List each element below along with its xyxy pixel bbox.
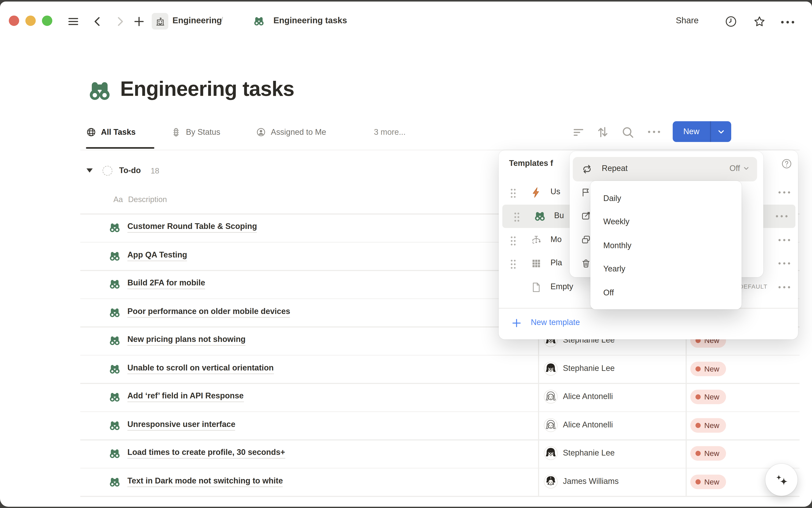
avatar xyxy=(544,362,557,375)
group-name[interactable]: To-do xyxy=(119,166,141,175)
back-icon[interactable] xyxy=(91,15,104,28)
template-more-icon[interactable] xyxy=(777,285,791,290)
repeat-value-dropdown[interactable]: Off xyxy=(729,164,750,173)
column-header-description[interactable]: Aa Description xyxy=(114,189,167,209)
drag-handle-icon[interactable] xyxy=(510,188,516,198)
collapse-triangle-icon[interactable] xyxy=(87,168,93,173)
column-label: Description xyxy=(128,195,167,204)
avatar xyxy=(544,474,557,488)
breadcrumb-workspace-icon[interactable] xyxy=(152,13,168,30)
task-title-link[interactable]: Unable to scroll on vertical orientation xyxy=(127,363,274,374)
chevron-down-icon xyxy=(742,165,750,172)
minimize-window-button[interactable] xyxy=(26,15,36,26)
help-icon[interactable] xyxy=(781,158,792,169)
table-row: Load times to create profile, 30 seconds… xyxy=(80,439,800,468)
tab-all-tasks[interactable]: All Tasks xyxy=(86,122,136,142)
repeat-option-monthly[interactable]: Monthly xyxy=(590,234,741,257)
status-badge[interactable]: New xyxy=(690,418,726,432)
edit-icon[interactable] xyxy=(580,210,591,221)
task-title-link[interactable]: App QA Testing xyxy=(127,250,187,261)
breadcrumb-separator: / xyxy=(221,15,223,26)
drag-handle-icon[interactable] xyxy=(510,236,516,246)
status-dot-icon xyxy=(695,451,701,456)
new-button[interactable]: New xyxy=(673,121,710,142)
share-button[interactable]: Share xyxy=(676,15,698,26)
task-title-link[interactable]: Load times to create profile, 30 seconds… xyxy=(127,448,285,459)
tab-label: Assigned to Me xyxy=(271,127,326,137)
repeat-value: Off xyxy=(729,164,740,173)
flag-icon[interactable] xyxy=(580,186,591,198)
page-title[interactable]: Engineering tasks xyxy=(120,77,294,100)
drag-handle-icon[interactable] xyxy=(510,259,516,269)
more-views-button[interactable]: 3 more... xyxy=(374,122,406,142)
trash-icon[interactable] xyxy=(580,258,591,269)
favorite-star-icon[interactable] xyxy=(753,15,766,28)
search-icon[interactable] xyxy=(621,125,634,139)
repeat-icon xyxy=(581,163,593,175)
tab-assigned-to-me[interactable]: Assigned to Me xyxy=(256,122,326,142)
status-dot-icon xyxy=(695,366,701,371)
history-clock-icon[interactable] xyxy=(724,15,737,28)
more-options-icon[interactable] xyxy=(780,20,795,24)
assignee-name[interactable]: James Williams xyxy=(563,476,619,486)
filter-icon[interactable] xyxy=(572,125,585,139)
task-title-link[interactable]: Text in Dark mode not switching to white xyxy=(127,476,283,486)
sidebar-menu-icon[interactable] xyxy=(67,15,80,28)
breadcrumb-page[interactable]: Engineering tasks xyxy=(273,15,347,26)
repeat-option-off[interactable]: Off xyxy=(590,281,741,304)
template-more-icon[interactable] xyxy=(777,261,791,266)
forward-icon[interactable] xyxy=(114,15,126,28)
table-row: Add ‘ref’ field in API ResponseAlice Ant… xyxy=(80,383,800,411)
status-badge[interactable]: New xyxy=(690,446,726,461)
template-more-icon[interactable] xyxy=(777,238,791,243)
assignee-name[interactable]: Alice Antonelli xyxy=(563,420,613,429)
view-options-icon[interactable] xyxy=(647,129,662,134)
assignee-name[interactable]: Stephanie Lee xyxy=(563,364,615,373)
duplicate-icon[interactable] xyxy=(580,234,591,245)
repeat-option-daily[interactable]: Daily xyxy=(590,186,741,210)
status-view-icon xyxy=(171,127,181,137)
app-window: Engineering / Engineering tasks Share En… xyxy=(0,1,812,507)
assignee-name[interactable]: Alice Antonelli xyxy=(563,392,613,401)
group-count: 18 xyxy=(150,166,159,175)
breadcrumb-workspace[interactable]: Engineering xyxy=(173,15,222,26)
template-more-icon[interactable] xyxy=(775,214,789,219)
person-icon xyxy=(256,127,266,137)
task-title-link[interactable]: Build 2FA for mobile xyxy=(127,278,205,289)
repeat-option-yearly[interactable]: Yearly xyxy=(590,257,741,281)
task-title-link[interactable]: Poor performance on older mobile devices xyxy=(127,306,290,318)
active-tab-underline xyxy=(86,147,154,149)
sort-icon[interactable] xyxy=(596,125,610,139)
new-dropdown-button[interactable] xyxy=(711,121,731,142)
task-title-link[interactable]: Customer Round Table & Scoping xyxy=(127,222,257,232)
close-window-button[interactable] xyxy=(9,15,19,26)
tab-by-status[interactable]: By Status xyxy=(171,122,220,142)
status-badge[interactable]: New xyxy=(690,474,726,489)
template-label: Mo xyxy=(550,235,561,244)
task-title-link[interactable]: Add ‘ref’ field in API Response xyxy=(127,391,243,402)
default-badge: DEFAULT xyxy=(739,284,767,290)
repeat-option-weekly[interactable]: Weekly xyxy=(590,210,741,234)
ai-assistant-button[interactable] xyxy=(765,464,798,496)
status-badge[interactable]: New xyxy=(690,390,726,404)
status-badge[interactable]: New xyxy=(690,362,726,376)
zoom-window-button[interactable] xyxy=(42,15,52,26)
binoculars-icon xyxy=(253,15,265,27)
task-title-link[interactable]: Unresponsive user interface xyxy=(127,419,235,430)
avatar xyxy=(544,390,557,404)
drag-handle-icon[interactable] xyxy=(514,212,520,222)
status-dot-icon xyxy=(695,394,701,399)
task-binoculars-icon xyxy=(109,419,121,431)
page-binoculars-icon[interactable] xyxy=(88,79,112,103)
template-label: Empty xyxy=(550,282,573,291)
new-template-button[interactable]: New template xyxy=(499,312,798,334)
task-binoculars-icon xyxy=(109,250,121,262)
repeat-menu-item[interactable]: Repeat Off xyxy=(573,157,757,181)
task-title-link[interactable]: New pricing plans not showing xyxy=(127,335,245,345)
new-page-icon[interactable] xyxy=(133,15,145,28)
assignee-name[interactable]: Stephanie Lee xyxy=(563,448,615,457)
globe-icon xyxy=(86,127,96,137)
template-more-icon[interactable] xyxy=(777,190,791,195)
building-icon xyxy=(154,16,165,27)
plus-icon xyxy=(511,318,522,328)
